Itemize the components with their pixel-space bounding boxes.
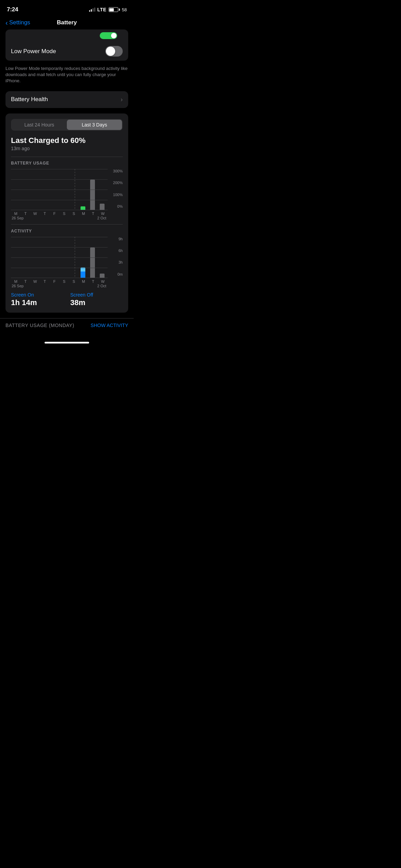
ax-S2: S (69, 279, 78, 284)
bar-8 (90, 180, 95, 210)
toggle-knob (106, 47, 115, 56)
x-label-W2: W (98, 212, 108, 216)
show-activity-button[interactable]: SHOW ACTIVITY (90, 323, 128, 328)
charts-section: Last 24 Hours Last 3 Days Last Charged t… (5, 113, 128, 313)
battery-usage-label: BATTERY USAGE (11, 161, 123, 166)
partial-toggle[interactable] (100, 32, 117, 39)
low-power-mode-toggle[interactable] (105, 46, 123, 57)
x-label-T2: T (40, 212, 50, 216)
chevron-right-icon: › (121, 96, 123, 103)
last-charged-title: Last Charged to 60% (11, 136, 123, 145)
nav-back-label: Settings (9, 19, 30, 26)
last-charged-info: Last Charged to 60% 13m ago (11, 136, 123, 151)
act-bar-7-top (81, 267, 85, 272)
battery-tip (119, 9, 120, 11)
back-chevron-icon: ‹ (5, 19, 8, 26)
last-charged-sub: 13m ago (11, 146, 123, 151)
battery-health-row[interactable]: Battery Health › (5, 91, 128, 108)
y-act-6h: 6h (119, 249, 123, 253)
y-act-9h: 9h (119, 237, 123, 241)
battery-percent: 58 (122, 7, 127, 12)
segment-last-24h[interactable]: Last 24 Hours (12, 120, 67, 130)
segment-control[interactable]: Last 24 Hours Last 3 Days (11, 119, 123, 131)
ax-T3: T (88, 279, 98, 284)
screen-off-label: Screen Off (70, 292, 123, 298)
ax-M2: M (78, 279, 88, 284)
content: Low Power Mode Low Power Mode temporaril… (0, 29, 134, 339)
act-grid-2 (11, 257, 108, 258)
act-bar-7-bot (81, 272, 85, 278)
ax-W1: W (30, 279, 40, 284)
battery-usage-section: BATTERY USAGE (11, 161, 123, 220)
page-title: Battery (57, 19, 77, 26)
activity-chart-area: M T W T F S S M T W 26 Sep 2 Oct (11, 237, 108, 288)
segment-last-3days[interactable]: Last 3 Days (67, 120, 122, 130)
y-label-0: 0% (117, 204, 123, 208)
x-labels-activity: M T W T F S S M T W (11, 279, 108, 284)
chart-grid-container (11, 169, 108, 210)
bottom-bar: BATTERY USAGE (MONDAY) SHOW ACTIVITY (0, 318, 134, 332)
act-grid-1 (11, 247, 108, 248)
act-bar-9 (100, 274, 105, 278)
screen-stats: Screen On 1h 14m Screen Off 38m (11, 292, 123, 307)
x-label-T1: T (21, 212, 30, 216)
y-label-200: 200% (113, 181, 123, 185)
x-dates-activity: 26 Sep 2 Oct (11, 284, 108, 288)
act-vertical-divider (75, 237, 75, 278)
act-bar-8 (90, 248, 95, 278)
activity-grid-container (11, 237, 108, 278)
y-label-100: 100% (113, 193, 123, 197)
battery-health-label: Battery Health (11, 96, 48, 103)
divider-1 (11, 157, 123, 157)
partial-toggle-knob (111, 33, 117, 38)
signal-bar-3 (93, 8, 94, 12)
ax-date-oct: 2 Oct (97, 284, 108, 288)
battery-usage-monday-label: BATTERY USAGE (MONDAY) (5, 323, 74, 328)
x-date-sep: 26 Sep (11, 216, 24, 220)
ax-date-sep: 26 Sep (11, 284, 24, 288)
signal-bar-2 (91, 9, 92, 12)
x-label-S2: S (69, 212, 78, 216)
x-label-W1: W (30, 212, 40, 216)
divider-2 (11, 224, 123, 225)
x-date-oct: 2 Oct (97, 216, 108, 220)
nav-back-button[interactable]: ‹ Settings (5, 19, 30, 26)
grid-line-top (11, 169, 108, 169)
x-label-S1: S (59, 212, 69, 216)
x-label-T3: T (88, 212, 98, 216)
y-act-3h: 3h (119, 260, 123, 264)
x-dates-battery: 26 Sep 2 Oct (11, 216, 108, 220)
low-power-mode-label: Low Power Mode (11, 48, 56, 55)
battery-body (109, 7, 118, 12)
ax-W2: W (98, 279, 108, 284)
y-axis-activity: 9h 6h 3h 0m (108, 237, 123, 288)
status-right: LTE 58 (89, 7, 127, 12)
x-label-M2: M (78, 212, 88, 216)
battery-usage-chart-area: M T W T F S S M T W 26 Sep 2 Oct (11, 169, 108, 220)
activity-section: ACTIVITY (11, 229, 123, 288)
screen-on-label: Screen On (11, 292, 63, 298)
signal-bar-4 (94, 8, 95, 12)
ax-T1: T (21, 279, 30, 284)
battery-fill (109, 8, 114, 11)
activity-label: ACTIVITY (11, 229, 123, 233)
y-label-300: 300% (113, 169, 123, 173)
ax-F1: F (50, 279, 59, 284)
act-grid-4 (11, 278, 108, 278)
grid-line-bottom (11, 210, 108, 210)
battery-icon (109, 7, 120, 12)
screen-off-value: 38m (70, 298, 123, 307)
battery-usage-chart: M T W T F S S M T W 26 Sep 2 Oct (11, 169, 123, 220)
grid-line-3 (11, 200, 108, 200)
bar-7 (81, 206, 85, 210)
chart-vertical-divider (75, 169, 75, 210)
screen-off-stat: Screen Off 38m (70, 292, 123, 307)
bar-9 (100, 204, 105, 210)
partial-toggle-row (5, 29, 128, 42)
status-time: 7:24 (7, 6, 18, 13)
ax-M1: M (11, 279, 21, 284)
low-power-mode-row[interactable]: Low Power Mode (5, 42, 128, 61)
nav-bar: ‹ Settings Battery (0, 16, 134, 29)
grid-line-2 (11, 190, 108, 190)
act-grid-0 (11, 237, 108, 237)
